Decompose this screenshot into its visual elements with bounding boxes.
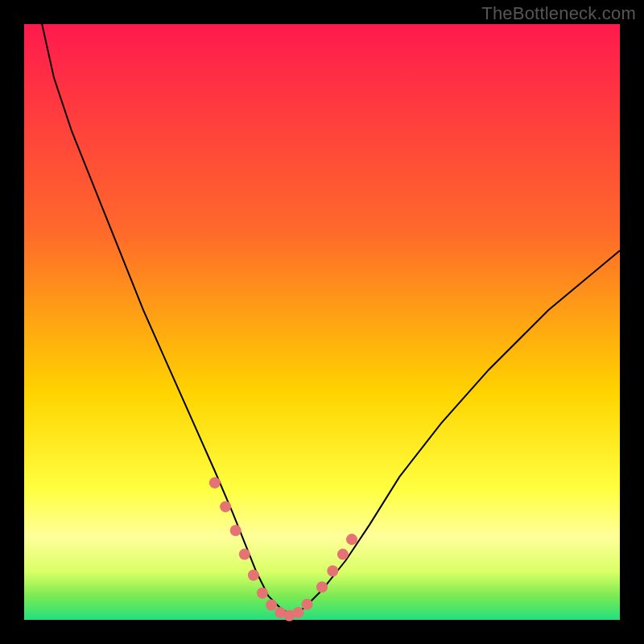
- plot-area: [24, 24, 620, 620]
- highlight-dot: [248, 569, 259, 580]
- curve-layer: [24, 24, 620, 620]
- highlight-dot: [230, 525, 242, 536]
- highlight-dot: [239, 549, 250, 560]
- highlight-dot: [327, 565, 338, 576]
- highlight-dot: [337, 549, 349, 560]
- bottleneck-curve: [42, 24, 620, 616]
- highlight-dot: [209, 477, 221, 489]
- highlight-dot: [266, 599, 277, 610]
- highlight-dot: [257, 588, 268, 599]
- highlight-dot: [301, 599, 312, 610]
- highlight-dot: [220, 501, 231, 512]
- chart-stage: TheBottleneck.com: [0, 0, 644, 644]
- highlight-dot: [346, 534, 357, 545]
- highlight-dots: [209, 477, 357, 621]
- highlight-dot: [316, 581, 328, 592]
- watermark-text: TheBottleneck.com: [481, 3, 636, 24]
- highlight-dot: [292, 607, 303, 618]
